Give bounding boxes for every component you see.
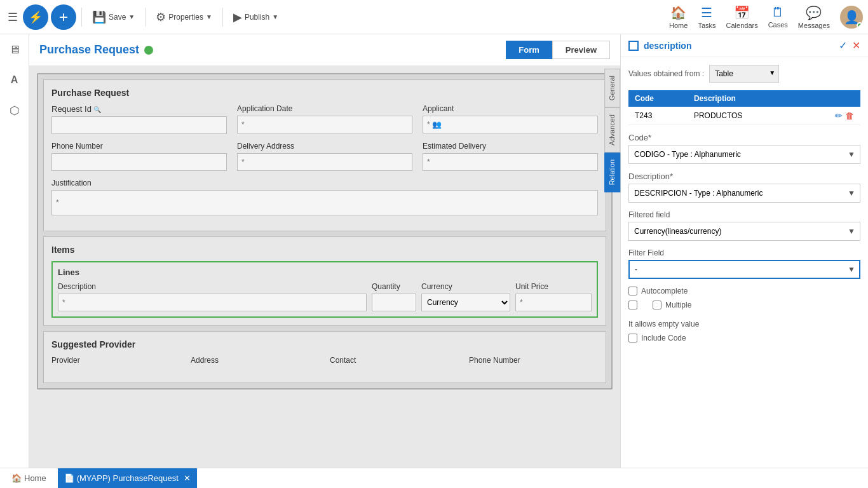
panel-checkbox[interactable] (628, 41, 639, 51)
row-actions-group: ✏ 🗑 (808, 111, 854, 121)
estimated-delivery-input[interactable] (423, 153, 598, 171)
nav-home[interactable]: 🏠 Home (669, 5, 688, 29)
left-toolbar: 🖥 A ⬡ (0, 34, 29, 468)
purchase-request-section: Purchase Request Request Id 🔍 Applicatio… (43, 79, 606, 231)
cases-icon: 🗒 (771, 5, 784, 20)
properties-label: Properties (168, 13, 203, 22)
user-status-dot (857, 22, 863, 29)
autocomplete-checkbox[interactable] (628, 287, 637, 295)
values-from-select[interactable]: Table (709, 65, 779, 83)
nav-calendars[interactable]: 📅 Calendars (726, 5, 758, 29)
calendars-icon: 📅 (734, 5, 750, 20)
lines-unit-price-input[interactable] (515, 294, 592, 311)
user-avatar[interactable]: 👤 (840, 6, 863, 29)
request-id-field: Request Id 🔍 (51, 104, 227, 134)
bottom-tab-app[interactable]: 📄 (MYAPP) PurchaseRequest ✕ (58, 468, 197, 489)
general-tab[interactable]: General (604, 69, 620, 107)
lines-title: Lines (58, 268, 592, 277)
estimated-delivery-field: Estimated Delivery (423, 142, 598, 171)
description-select-wrapper: Description* DESCRIPCION - Type : Alphan… (628, 172, 860, 203)
empty-multiple-row: Multiple (628, 301, 860, 315)
panel-title: description (644, 41, 834, 51)
publish-button[interactable]: ▶ Publish ▼ (228, 8, 283, 27)
relation-tab[interactable]: Relation (604, 152, 620, 192)
multiple-label[interactable]: Multiple (665, 301, 691, 309)
row-description: PRODUCTOS (688, 107, 801, 125)
row-delete-button[interactable]: 🗑 (845, 111, 854, 121)
include-code-checkbox[interactable] (628, 334, 637, 342)
filtered-field-select[interactable]: Currency(lineas/currency) (628, 222, 860, 241)
panel-close-button[interactable]: ✕ (852, 39, 860, 51)
filter-field-label: Filter Field (628, 248, 860, 257)
add-button[interactable]: + (51, 4, 76, 30)
multiple-checkbox[interactable] (653, 301, 661, 309)
view-tabs: Form Preview (506, 41, 610, 59)
panel-header: description ✓ ✕ (621, 34, 868, 57)
filter-field-select[interactable]: - (628, 260, 860, 279)
items-title: Items (51, 245, 598, 255)
row-edit-button[interactable]: ✏ (835, 111, 843, 121)
suggested-provider-section: Suggested Provider Provider Address Cont… (43, 331, 606, 383)
provider-col: Provider (51, 356, 180, 367)
text-icon[interactable]: A (4, 70, 25, 90)
nav-tasks[interactable]: ☰ Tasks (698, 5, 715, 29)
messages-label: Messages (798, 22, 830, 29)
page-title-area: Purchase Request (39, 43, 153, 57)
cube-icon[interactable]: ⬡ (4, 100, 25, 121)
hamburger-button[interactable]: ☰ (5, 8, 20, 27)
delivery-address-input[interactable] (237, 153, 412, 171)
lines-quantity-input[interactable] (372, 294, 416, 311)
description-select[interactable]: DESCRIPCION - Type : Alphanumeric (628, 184, 860, 203)
provider-label: Provider (51, 356, 180, 365)
bottom-tab-close[interactable]: ✕ (184, 473, 191, 483)
applicant-input[interactable] (423, 116, 598, 133)
multiple-row: Multiple (653, 301, 691, 309)
bottom-bar: 🏠 Home 📄 (MYAPP) PurchaseRequest ✕ (0, 468, 868, 488)
code-select-wrapper: Code* CODIGO - Type : Alphanumeric ▼ (628, 133, 860, 164)
preview-tab[interactable]: Preview (552, 41, 610, 59)
values-from-row: Values obtained from : Table ▼ (628, 65, 860, 83)
right-panel: description ✓ ✕ Values obtained from : T… (620, 34, 868, 468)
publish-dropdown-arrow[interactable]: ▼ (272, 13, 278, 20)
phone-number-input[interactable] (51, 153, 227, 171)
toolbar-sep-2 (145, 8, 146, 27)
monitor-icon[interactable]: 🖥 (4, 39, 25, 60)
applicant-label: Applicant (423, 104, 598, 113)
lines-description-input[interactable] (58, 294, 367, 311)
bottom-home[interactable]: 🏠 Home (5, 468, 53, 489)
lines-currency-select[interactable]: Currency (421, 294, 510, 311)
justification-label: Justification (51, 179, 598, 187)
nav-cases[interactable]: 🗒 Cases (768, 5, 788, 29)
panel-confirm-button[interactable]: ✓ (839, 39, 847, 51)
empty-value-row (628, 301, 637, 309)
lines-unit-price-label: Unit Price (515, 282, 592, 291)
advanced-tab[interactable]: Advanced (604, 107, 620, 152)
include-code-label[interactable]: Include Code (641, 334, 686, 342)
toolbar-sep-1 (81, 8, 82, 27)
panel-table: Code Description T243 PRODUCTOS ✏ 🗑 (628, 90, 860, 125)
properties-dropdown-arrow[interactable]: ▼ (206, 13, 212, 20)
panel-actions: ✓ ✕ (839, 39, 860, 51)
items-section: Items Lines Description Quantity (43, 236, 606, 326)
panel-table-header-row: Code Description (628, 90, 860, 107)
toolbar-right: 🏠 Home ☰ Tasks 📅 Calendars 🗒 Cases 💬 Mes… (669, 5, 863, 29)
lines-description-label: Description (58, 282, 367, 291)
page-header: Purchase Request Form Preview (29, 34, 620, 65)
save-dropdown-arrow[interactable]: ▼ (128, 13, 135, 20)
phone-number-label: Phone Number (51, 142, 227, 151)
save-icon: 💾 (92, 10, 106, 24)
col-code: Code (628, 90, 688, 107)
nav-messages[interactable]: 💬 Messages (798, 5, 830, 29)
bottom-tab-file-icon: 📄 (64, 473, 74, 483)
justification-input[interactable] (51, 190, 598, 215)
save-button[interactable]: 💾 Save ▼ (87, 8, 140, 27)
empty-value-checkbox[interactable] (628, 301, 637, 309)
form-tab[interactable]: Form (506, 41, 552, 59)
row-code: T243 (628, 107, 688, 125)
request-id-input[interactable] (51, 116, 227, 134)
autocomplete-label[interactable]: Autocomplete (641, 287, 688, 295)
code-select[interactable]: CODIGO - Type : Alphanumeric (628, 145, 860, 164)
application-date-input[interactable] (237, 116, 412, 133)
contact-col: Contact (330, 356, 459, 367)
properties-button[interactable]: ⚙ Properties ▼ (151, 8, 217, 27)
